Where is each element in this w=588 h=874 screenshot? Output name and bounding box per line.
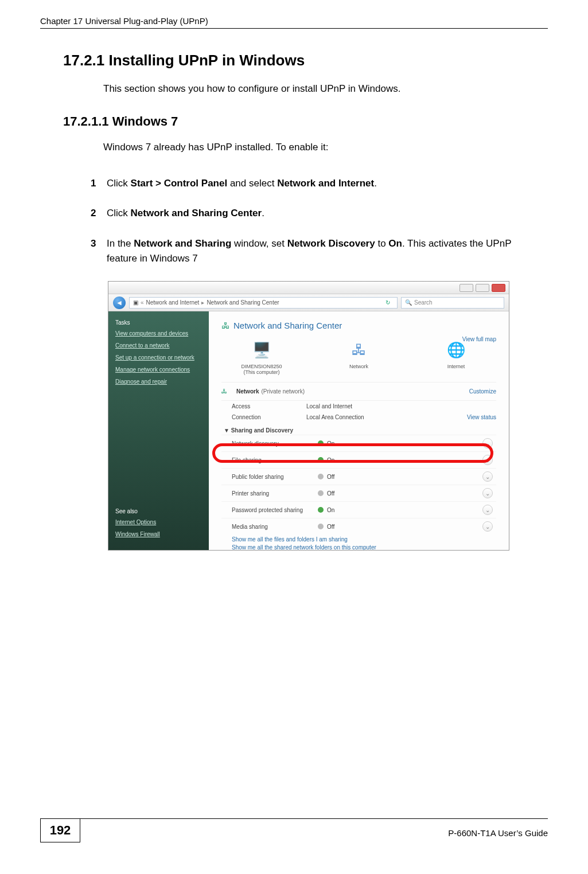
sd-printer-sharing[interactable]: Printer sharing Off ⌄ <box>221 485 496 501</box>
close-button[interactable] <box>492 284 505 292</box>
heading-17-2-1-1: 17.2.1.1 Windows 7 <box>63 114 548 129</box>
sidebar-link[interactable]: Connect to a network <box>115 342 202 349</box>
paragraph-intro: This section shows you how to configure … <box>103 83 548 95</box>
minimize-button[interactable] <box>460 284 473 292</box>
step-body: Click Network and Sharing Center. <box>107 206 525 221</box>
status-dot-icon <box>318 507 324 513</box>
sidebar-link[interactable]: Windows Firewall <box>115 531 202 538</box>
page-number: 192 <box>40 818 80 842</box>
network-summary-row: 🖧 Network (Private network) Customize <box>221 383 496 401</box>
map-this-computer: 🖥️ DIMENSION8250 (This computer) <box>233 338 290 375</box>
expand-button[interactable]: ⌄ <box>482 438 493 448</box>
status-dot-icon <box>318 490 324 496</box>
search-icon: 🔍 <box>405 299 412 306</box>
computer-icon: 🖥️ <box>249 338 274 361</box>
sidebar: Tasks View computers and devices Connect… <box>108 311 209 550</box>
access-row: Access Local and Internet <box>221 401 496 412</box>
control-panel-icon: ▣ <box>133 299 138 306</box>
sd-public-folder[interactable]: Public folder sharing Off ⌄ <box>221 468 496 485</box>
status-dot-icon <box>318 524 324 529</box>
status-dot-icon <box>318 440 324 446</box>
sidebar-tasks-heading: Tasks <box>115 319 202 326</box>
step-number: 1 <box>91 176 107 191</box>
network-status-icon: 🖧 <box>221 388 233 395</box>
chapter-title: Chapter 17 Universal Plug-and-Play (UPnP… <box>40 16 208 26</box>
expand-button[interactable]: ⌄ <box>482 455 493 465</box>
step-body: In the Network and Sharing window, set N… <box>107 236 525 267</box>
sidebar-link[interactable]: Set up a connection or network <box>115 354 202 361</box>
main-panel: 🖧 Network and Sharing Center View full m… <box>209 311 509 550</box>
sd-media-sharing[interactable]: Media sharing Off ⌄ <box>221 518 496 534</box>
footer-link[interactable]: Show me all the files and folders I am s… <box>221 534 496 543</box>
back-button[interactable]: ◄ <box>113 296 126 309</box>
footer-link[interactable]: Show me all the shared network folders o… <box>221 543 496 551</box>
sd-password-protected[interactable]: Password protected sharing On ⌄ <box>221 501 496 518</box>
window-titlebar <box>108 282 509 294</box>
address-bar[interactable]: ▣ « Network and Internet ▸ Network and S… <box>129 297 398 309</box>
main-heading: 🖧 Network and Sharing Center <box>221 321 496 330</box>
triangle-icon: ▼ <box>224 427 229 434</box>
view-full-map-link[interactable]: View full map <box>462 336 496 342</box>
step-3: 3 In the Network and Sharing window, set… <box>91 236 525 267</box>
expand-button[interactable]: ⌄ <box>482 521 493 532</box>
customize-link[interactable]: Customize <box>469 388 496 395</box>
step-number: 3 <box>91 236 107 267</box>
sidebar-link[interactable]: Internet Options <box>115 519 202 526</box>
sd-network-discovery[interactable]: Network discovery On ⌄ <box>221 435 496 451</box>
status-dot-icon <box>318 457 324 463</box>
expand-button[interactable]: ⌄ <box>482 505 493 515</box>
sidebar-link[interactable]: Diagnose and repair <box>115 379 202 385</box>
network-map: View full map 🖥️ DIMENSION8250 (This com… <box>221 338 496 383</box>
step-body: Click Start > Control Panel and select N… <box>107 176 525 191</box>
step-1: 1 Click Start > Control Panel and select… <box>91 176 525 191</box>
expand-button[interactable]: ⌄ <box>482 488 493 498</box>
refresh-icon[interactable]: ↻ <box>385 299 394 306</box>
page-footer: 192 P-660N-T1A User’s Guide <box>40 818 548 842</box>
map-network: 🖧 Network <box>330 338 388 369</box>
sidebar-link[interactable]: View computers and devices <box>115 330 202 337</box>
guide-title: P-660N-T1A User’s Guide <box>448 828 548 838</box>
view-status-link[interactable]: View status <box>467 414 496 420</box>
heading-17-2-1: 17.2.1 Installing UPnP in Windows <box>63 52 548 69</box>
step-number: 2 <box>91 206 107 221</box>
running-header: Chapter 17 Universal Plug-and-Play (UPnP… <box>40 16 548 29</box>
map-internet: 🌐 Internet <box>427 338 485 369</box>
sidebar-seealso-heading: See also <box>115 508 202 514</box>
sd-file-sharing[interactable]: File sharing On ⌄ <box>221 451 496 468</box>
expand-button[interactable]: ⌄ <box>482 471 493 482</box>
network-icon: 🖧 <box>221 321 230 330</box>
step-2: 2 Click Network and Sharing Center. <box>91 206 525 221</box>
address-bar-row: ◄ ▣ « Network and Internet ▸ Network and… <box>108 294 509 311</box>
sidebar-link[interactable]: Manage network connections <box>115 366 202 373</box>
sharing-discovery-heading: ▼ Sharing and Discovery <box>221 423 496 435</box>
status-dot-icon <box>318 474 324 479</box>
maximize-button[interactable] <box>476 284 489 292</box>
screenshot-network-sharing: ◄ ▣ « Network and Internet ▸ Network and… <box>108 281 509 551</box>
network-device-icon: 🖧 <box>346 338 372 361</box>
search-input[interactable]: 🔍 Search <box>401 297 504 309</box>
connection-row: Connection Local Area Connection View st… <box>221 412 496 423</box>
paragraph-win7: Windows 7 already has UPnP installed. To… <box>103 142 548 153</box>
